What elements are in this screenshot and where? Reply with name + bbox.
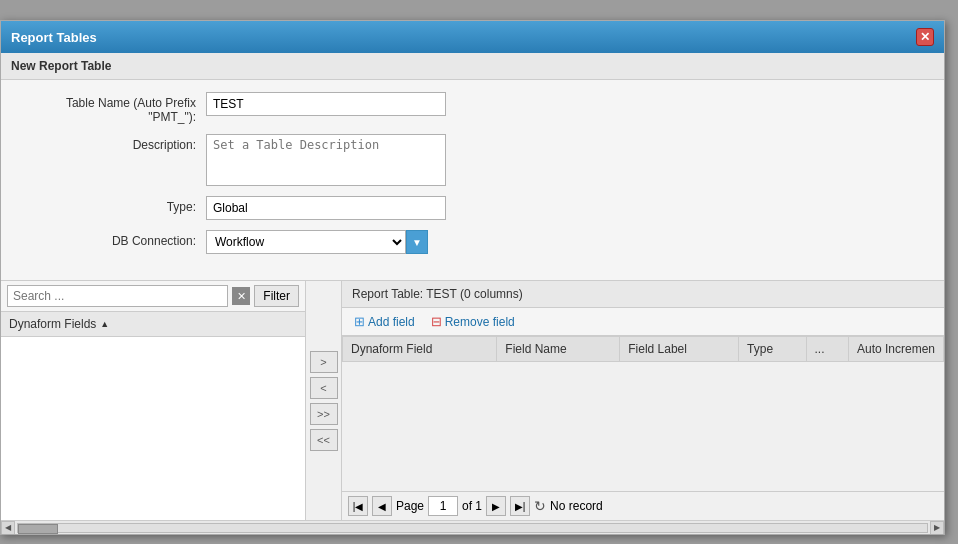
description-row: Description: [21,134,924,186]
horizontal-scrollbar[interactable]: ◀ ▶ [1,520,944,534]
col-ellipsis: ... [806,337,848,362]
filter-button[interactable]: Filter [254,285,299,307]
db-connection-row: DB Connection: Workflow ▼ [21,230,924,254]
dialog-close-button[interactable]: ✕ [916,28,934,46]
section-header: New Report Table [1,53,944,80]
type-label: Type: [21,196,206,214]
form-area: Table Name (Auto Prefix "PMT_"): Descrip… [1,80,944,280]
move-right-btn[interactable]: > [310,351,338,373]
middle-buttons: > < >> << [306,281,342,520]
description-input[interactable] [206,134,446,186]
col-dynaform-field: Dynaform Field [343,337,497,362]
right-panel: Report Table: TEST (0 columns) ⊞ Add fie… [342,281,944,520]
search-bar: ✕ Filter [1,281,305,312]
next-page-button[interactable]: ▶ [486,496,506,516]
page-number-input[interactable] [428,496,458,516]
move-all-left-btn[interactable]: << [310,429,338,451]
first-page-button[interactable]: |◀ [348,496,368,516]
search-clear-button[interactable]: ✕ [232,287,250,305]
add-field-button[interactable]: ⊞ Add field [350,312,419,331]
lower-area: ✕ Filter Dynaform Fields ▲ > < >> << [1,280,944,520]
fields-header-label: Dynaform Fields [9,317,96,331]
scroll-track[interactable] [17,523,928,533]
remove-field-label: Remove field [445,315,515,329]
page-label: Page [396,499,424,513]
no-records-label: No record [550,499,603,513]
move-left-btn[interactable]: < [310,377,338,399]
last-page-button[interactable]: ▶| [510,496,530,516]
type-row: Type: [21,196,924,220]
scroll-right-arrow[interactable]: ▶ [930,521,944,535]
col-field-label: Field Label [620,337,739,362]
dialog-titlebar: Report Tables ✕ [1,21,944,53]
report-tables-dialog: Report Tables ✕ New Report Table Table N… [0,20,945,535]
table-name-row: Table Name (Auto Prefix "PMT_"): [21,92,924,124]
db-connection-select[interactable]: Workflow [206,230,406,254]
add-field-icon: ⊞ [354,314,365,329]
db-connection-wrapper: Workflow ▼ [206,230,428,254]
table-name-input[interactable] [206,92,446,116]
col-auto-increm: Auto Incremen [848,337,943,362]
col-field-name: Field Name [497,337,620,362]
dialog-title: Report Tables [11,30,97,45]
fields-list [1,337,305,520]
sort-icon: ▲ [100,319,109,329]
refresh-button[interactable]: ↻ [534,498,546,514]
remove-field-icon: ⊟ [431,314,442,329]
report-table-header: Report Table: TEST (0 columns) [342,281,944,308]
dialog-body: New Report Table Table Name (Auto Prefix… [1,53,944,534]
type-input[interactable] [206,196,446,220]
pagination-bar: |◀ ◀ Page of 1 ▶ ▶| ↻ No record [342,491,944,520]
db-connection-label: DB Connection: [21,230,206,248]
left-panel: ✕ Filter Dynaform Fields ▲ [1,281,306,520]
scroll-left-arrow[interactable]: ◀ [1,521,15,535]
report-table-toolbar: ⊞ Add field ⊟ Remove field [342,308,944,336]
table-grid: Dynaform Field Field Name Field Label Ty… [342,336,944,491]
search-input[interactable] [7,285,228,307]
report-table: Dynaform Field Field Name Field Label Ty… [342,336,944,362]
of-label: of 1 [462,499,482,513]
prev-page-button[interactable]: ◀ [372,496,392,516]
description-label: Description: [21,134,206,152]
col-type: Type [739,337,806,362]
fields-header: Dynaform Fields ▲ [1,312,305,337]
scroll-thumb[interactable] [18,524,58,534]
table-header-row: Dynaform Field Field Name Field Label Ty… [343,337,944,362]
remove-field-button[interactable]: ⊟ Remove field [427,312,519,331]
table-name-label: Table Name (Auto Prefix "PMT_"): [21,92,206,124]
move-all-right-btn[interactable]: >> [310,403,338,425]
add-field-label: Add field [368,315,415,329]
db-connection-dropdown-arrow[interactable]: ▼ [406,230,428,254]
